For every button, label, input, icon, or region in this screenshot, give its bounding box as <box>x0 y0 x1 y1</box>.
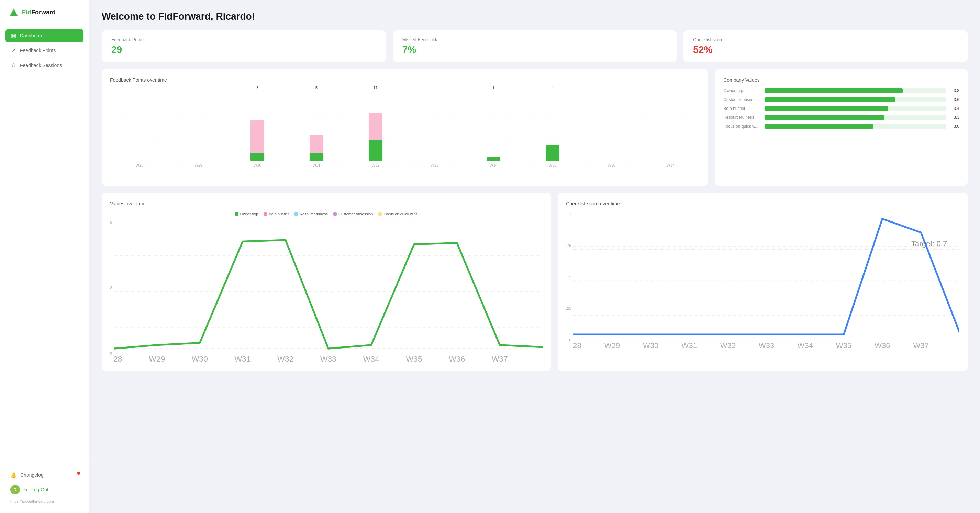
value-bar-bg <box>765 106 946 111</box>
value-row-ownership: Ownership 3.8 <box>723 88 959 93</box>
bar-group-w37: W37 <box>641 92 700 167</box>
sidebar-logo: FidForward <box>0 0 89 25</box>
values-over-time-card: Values over time Ownership Be a hustler … <box>102 193 551 371</box>
value-score: 3.3 <box>950 115 959 120</box>
svg-text:W30: W30 <box>192 354 208 363</box>
stat-card-missed-feedback: Missed Feedback 7% <box>393 30 677 62</box>
svg-text:W33: W33 <box>320 354 336 363</box>
changelog-label: Changelog <box>20 472 44 478</box>
changelog-item[interactable]: 🔔 Changelog <box>5 469 83 481</box>
value-name: Be a hustler <box>723 106 761 111</box>
legend-customer-obsession: Customer obsession <box>333 212 373 216</box>
feedback-points-chart-area: W28 W29 8 W30 <box>110 88 700 178</box>
value-bar-bg <box>765 115 946 120</box>
values-chart-area: 5 2 0 <box>110 220 542 363</box>
svg-text:W32: W32 <box>277 354 293 363</box>
legend-label: Be a hustler <box>269 212 289 216</box>
value-bar-bg <box>765 124 946 129</box>
bar-chart: W28 W29 8 W30 <box>110 92 700 167</box>
logout-row[interactable]: R ↪ Log Out <box>5 481 83 498</box>
checklist-score-title: Checklist score over time <box>566 201 959 206</box>
bar-group-w34: 1 W34 <box>464 92 523 167</box>
status-bar: https://app.fidforward.com <box>5 498 83 508</box>
stat-value: 29 <box>111 44 376 55</box>
legend-focus-quick-wins: Focus on quick wins <box>378 212 417 216</box>
svg-text:W33: W33 <box>759 341 774 349</box>
bottom-charts-row: Values over time Ownership Be a hustler … <box>102 193 967 371</box>
feedback-points-chart-card: Feedback Points over time W28 <box>102 69 708 186</box>
value-bar-bg <box>765 88 946 93</box>
legend-be-a-hustler: Be a hustler <box>264 212 289 216</box>
svg-text:Target: 0.7: Target: 0.7 <box>911 239 947 248</box>
value-name: Ownership <box>723 88 761 93</box>
bar-group-w29: W29 <box>169 92 228 167</box>
value-bar-bg <box>765 97 946 102</box>
changelog-icon: 🔔 <box>10 472 17 478</box>
bar-group-w28: W28 <box>110 92 169 167</box>
sidebar: FidForward ▦ Dashboard ↗ Feedback Points… <box>0 0 89 513</box>
bar-group-w32: 11 W32 <box>346 92 405 167</box>
main-content: Welcome to FidForward, Ricardo! Feedback… <box>89 0 980 513</box>
value-name: Customer obsess... <box>723 97 761 102</box>
svg-text:W34: W34 <box>797 341 813 349</box>
values-y-axis: 5 2 0 <box>110 220 112 363</box>
value-row-focus-on-quick-wins: Focus on quick w... 3.0 <box>723 124 959 129</box>
svg-text:W29: W29 <box>149 354 165 363</box>
feedback-points-icon: ↗ <box>10 47 16 54</box>
svg-text:W31: W31 <box>235 354 251 363</box>
stats-row: Feedback Points 29 Missed Feedback 7% Ch… <box>102 30 967 62</box>
svg-text:W35: W35 <box>406 354 422 363</box>
svg-text:W35: W35 <box>836 341 851 349</box>
legend-label: Focus on quick wins <box>383 212 417 216</box>
logo-text: FidForward <box>22 9 56 16</box>
legend-resourcefulness: Resourcefulness <box>294 212 328 216</box>
sidebar-item-feedback-points[interactable]: ↗ Feedback Points <box>5 44 83 57</box>
stat-card-feedback-points: Feedback Points 29 <box>102 30 386 62</box>
svg-text:W32: W32 <box>720 341 735 349</box>
svg-text:W28: W28 <box>114 354 123 363</box>
svg-marker-1 <box>10 10 18 16</box>
svg-text:W34: W34 <box>363 354 379 363</box>
legend-ownership: Ownership <box>235 212 258 216</box>
value-bar-fill <box>765 88 903 93</box>
logout-label: Log Out <box>31 487 48 492</box>
avatar: R <box>10 485 20 494</box>
checklist-line-chart: Target: 0.7 W28 W29 W30 W31 W32 W33 W34 … <box>573 212 959 349</box>
bar-group-w35: 4 W35 <box>523 92 582 167</box>
sidebar-item-label: Dashboard <box>20 33 44 38</box>
sidebar-item-dashboard[interactable]: ▦ Dashboard <box>5 29 83 42</box>
bar-group-w36: W36 <box>582 92 641 167</box>
legend-label: Ownership <box>240 212 258 216</box>
stat-card-checklist-score: Checklist score 52% <box>684 30 967 62</box>
bar-group-w30: 8 W30 <box>228 92 287 167</box>
svg-text:W30: W30 <box>643 341 659 349</box>
value-row-be-a-hustler: Be a hustler 3.4 <box>723 106 959 111</box>
page-title: Welcome to FidForward, Ricardo! <box>102 11 967 22</box>
bar-group-w31: 5 W31 <box>287 92 346 167</box>
checklist-svg-container: Target: 0.7 W28 W29 W30 W31 W32 W33 W34 … <box>573 212 959 349</box>
legend-label: Customer obsession <box>339 212 373 216</box>
value-name: Resourcefulness <box>723 115 761 120</box>
logout-icon: ↪ <box>23 486 28 493</box>
checklist-score-chart-card: Checklist score over time 1 .75 .5 .25 0 <box>558 193 967 371</box>
value-score: 3.0 <box>950 124 959 129</box>
company-values-title: Company Values <box>723 77 959 83</box>
stat-label: Missed Feedback <box>402 37 667 42</box>
svg-text:W29: W29 <box>604 341 620 349</box>
values-svg-container: W28 W29 W30 W31 W32 W33 W34 W35 W36 W37 <box>114 220 542 363</box>
value-bar-fill <box>765 124 873 129</box>
stat-value: 52% <box>693 44 958 55</box>
value-bar-fill <box>765 97 896 102</box>
charts-row-1: Feedback Points over time W28 <box>102 69 967 186</box>
sidebar-item-feedback-sessions[interactable]: ☆ Feedback Sessions <box>5 59 83 72</box>
svg-text:W37: W37 <box>913 341 929 349</box>
values-over-time-title: Values over time <box>110 201 542 206</box>
stat-label: Checklist score <box>693 37 958 42</box>
values-line-chart: W28 W29 W30 W31 W32 W33 W34 W35 W36 W37 <box>114 220 542 363</box>
company-values-card: Company Values Ownership 3.8 Customer ob… <box>715 69 967 186</box>
sidebar-item-label: Feedback Sessions <box>20 62 62 68</box>
sidebar-nav: ▦ Dashboard ↗ Feedback Points ☆ Feedback… <box>0 25 89 462</box>
logo-icon <box>8 7 19 18</box>
notification-dot <box>77 472 80 475</box>
stat-label: Feedback Points <box>111 37 376 42</box>
